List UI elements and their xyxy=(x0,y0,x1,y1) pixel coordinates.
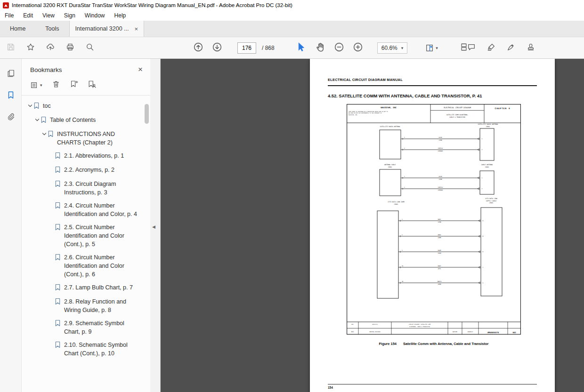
bookmark-icon-wrap xyxy=(48,130,57,139)
bookmark-item[interactable]: 2.4. Circuit Number Identification and C… xyxy=(22,199,150,221)
bookmark-item[interactable]: 2.6. Circuit Number Identification and C… xyxy=(22,251,150,281)
bookmark-person-icon xyxy=(88,80,96,88)
bookmark-icon xyxy=(55,298,61,305)
diagram-subtitle: CABLE & TRANSISTOR xyxy=(449,116,465,118)
wire-pin: C xyxy=(483,266,484,268)
bookmark-item[interactable]: 2.10. Schematic Symbol Chart (Cont.), p.… xyxy=(22,338,150,360)
add-bookmark-button[interactable] xyxy=(70,80,78,90)
title-block-cell: 1900117 xyxy=(468,331,473,333)
bookmarks-panel-title: Bookmarks xyxy=(30,66,62,73)
panel-splitter[interactable]: ◀ xyxy=(150,59,161,392)
wire-label: AQ08 xyxy=(438,249,441,251)
bookmark-icon xyxy=(55,166,61,173)
favorites-button[interactable] xyxy=(26,43,35,53)
share-button[interactable] xyxy=(46,43,55,53)
cloud-upload-icon xyxy=(46,43,55,51)
menu-view[interactable]: View xyxy=(38,12,59,19)
collapse-panel-icon[interactable]: ◀ xyxy=(152,224,155,229)
page-thumbnails-button[interactable] xyxy=(7,69,15,80)
menu-file[interactable]: File xyxy=(0,12,18,19)
main-toolbar: / 868 60.6% ▾ ▾ xyxy=(0,37,584,59)
bookmarks-scrollbar[interactable] xyxy=(145,104,149,124)
close-tab-icon[interactable]: × xyxy=(135,26,138,32)
chevron-down-icon xyxy=(41,131,47,137)
chevron-down-icon: ▾ xyxy=(401,46,404,50)
select-tool-button[interactable] xyxy=(296,42,307,54)
wire-label: 14MB xyxy=(438,237,441,239)
chevron-down-icon: ▾ xyxy=(40,83,42,88)
paperclip-icon xyxy=(7,112,15,121)
acrobat-logo-icon xyxy=(3,2,9,8)
tab-document[interactable]: International 3200 ... × xyxy=(69,21,145,37)
chevron-down-icon-wrap[interactable] xyxy=(41,130,48,137)
highlight-button[interactable] xyxy=(487,43,495,53)
bookmark-icon xyxy=(33,102,40,109)
bookmarks-button[interactable] xyxy=(7,91,15,101)
stamp-button[interactable] xyxy=(527,43,535,53)
wire-pin: 1 xyxy=(482,138,483,140)
bookmark-options-button[interactable]: ▾ xyxy=(30,81,42,89)
wire-label: AW01 xyxy=(438,234,441,236)
bookmark-icon-wrap xyxy=(33,102,43,111)
print-button[interactable] xyxy=(66,43,74,53)
bookmark-item[interactable]: INSTRUCTIONS AND CHARTS (Chapter 2) xyxy=(22,128,150,149)
bookmark-label: 2.3. Circuit Diagram Instructions, p. 3 xyxy=(64,180,138,197)
bookmark-item[interactable]: 2.1. Abbreviations, p. 1 xyxy=(22,149,150,163)
attachments-button[interactable] xyxy=(7,112,15,123)
title-block-cell: REV xyxy=(351,324,354,325)
menu-help[interactable]: Help xyxy=(110,12,131,19)
chevron-down-icon-wrap[interactable] xyxy=(33,116,41,123)
bookmark-icon-wrap xyxy=(41,116,50,125)
bookmark-label: INSTRUCTIONS AND CHARTS (Chapter 2) xyxy=(57,130,138,147)
bookmark-destinations-button[interactable] xyxy=(88,80,96,90)
zoom-out-button[interactable] xyxy=(334,42,344,54)
minus-circle-icon xyxy=(334,42,344,52)
close-panel-icon[interactable]: × xyxy=(138,65,143,74)
bookmark-item[interactable]: Table of Contents xyxy=(22,113,150,128)
delete-bookmark-button[interactable] xyxy=(52,80,60,90)
save-button[interactable] xyxy=(7,43,15,53)
next-page-button[interactable] xyxy=(212,42,222,54)
zoom-level-dropdown[interactable]: 60.6% ▾ xyxy=(377,42,408,54)
document-canvas[interactable]: ELECTRICAL CIRCUIT DIAGRAM MANUAL 4.52. … xyxy=(161,59,584,392)
search-button[interactable] xyxy=(86,43,94,53)
bookmark-icon xyxy=(55,341,61,348)
bookmark-item[interactable]: 2.7. Lamp Bulb Chart, p. 7 xyxy=(22,281,150,295)
hand-tool-button[interactable] xyxy=(315,42,325,54)
bookmark-item[interactable]: 2.2. Acronyms, p. 2 xyxy=(22,163,150,177)
previous-page-button[interactable] xyxy=(193,42,203,54)
bookmark-label: 2.9. Schematic Symbol Chart, p. 9 xyxy=(64,319,138,336)
bookmark-icon-wrap xyxy=(55,283,64,293)
tab-tools[interactable]: Tools xyxy=(35,21,69,37)
bookmark-item[interactable]: toc xyxy=(22,99,150,113)
diagram-subtitle: SATELLITE COMM W/ANTENNA, xyxy=(446,114,469,116)
bookmark-item[interactable]: 2.9. Schematic Symbol Chart, p. 9 xyxy=(22,317,150,338)
title-block-cell: CIRCUIT DIAGRAM, SATELLITE COMM xyxy=(409,324,431,325)
bookmark-item[interactable]: 2.5. Circuit Number Identification and C… xyxy=(22,221,150,251)
page-footer-number: 154 xyxy=(328,386,333,389)
trash-icon xyxy=(52,80,60,88)
tab-home[interactable]: Home xyxy=(0,21,35,37)
menu-window[interactable]: Window xyxy=(80,12,110,19)
bookmark-icon xyxy=(55,180,61,187)
bookmark-icon xyxy=(55,152,61,159)
bookmark-icon-wrap xyxy=(55,253,64,263)
page-number-input[interactable] xyxy=(237,42,256,54)
menu-sign[interactable]: Sign xyxy=(59,12,80,19)
wire-label: 17MB xyxy=(438,221,441,223)
page-display-dropdown[interactable]: ▾ xyxy=(425,44,438,52)
figure-caption: Figure 154 Satellite Comm with Antenna, … xyxy=(347,342,521,346)
title-block-cell: 08/09/19 xyxy=(372,324,378,325)
zoom-in-button[interactable] xyxy=(353,42,363,54)
wire-label: ACOM xyxy=(439,136,442,138)
bookmark-item[interactable]: 2.3. Circuit Diagram Instructions, p. 3 xyxy=(22,177,150,199)
comment-bubble-icon xyxy=(467,43,476,51)
bookmark-icon-wrap xyxy=(55,223,64,232)
menu-edit[interactable]: Edit xyxy=(18,12,38,19)
chevron-down-icon-wrap[interactable] xyxy=(26,102,33,109)
wire-label: 17MB xyxy=(439,178,442,180)
bookmark-item[interactable]: 2.8. Relay Function and Wiring Guide, p.… xyxy=(22,295,150,317)
comment-button[interactable] xyxy=(467,43,476,53)
pages-icon xyxy=(7,69,15,78)
sign-button[interactable] xyxy=(507,43,515,53)
